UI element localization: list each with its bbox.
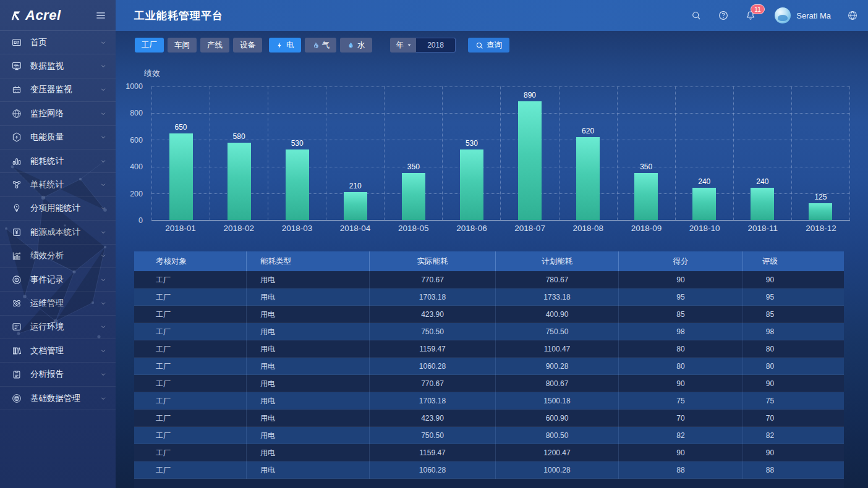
sidebar-item-base-data[interactable]: 基础数据管理 <box>0 387 116 410</box>
ops-icon <box>11 298 22 309</box>
sidebar-item-energy-stats[interactable]: 能耗统计 <box>0 149 116 173</box>
table-row: 工厂用电750.50750.509898 <box>134 323 844 340</box>
chevron-down-icon <box>100 276 107 284</box>
sidebar-item-label: 电能质量 <box>30 132 64 143</box>
energy-tab-label: 气 <box>322 40 330 51</box>
table-cell: 400.90 <box>496 306 619 323</box>
sidebar-item-network-monitor[interactable]: 监控网络 <box>0 102 116 125</box>
sidebar-item-power-quality[interactable]: 电能质量 <box>0 126 116 149</box>
energy-tab-water[interactable]: 水 <box>340 38 372 53</box>
table-row: 工厂用电423.90400.908585 <box>134 306 844 323</box>
table-cell: 工厂 <box>134 271 247 288</box>
table-row: 工厂用电1159.471100.478080 <box>134 340 844 358</box>
table-cell: 工厂 <box>134 461 247 479</box>
sidebar-item-analysis-report[interactable]: 分析报告 <box>0 363 116 386</box>
query-button[interactable]: 查询 <box>468 38 509 53</box>
chart-bar[interactable] <box>634 173 658 220</box>
globe-icon[interactable] <box>847 10 858 21</box>
sidebar-item-transformer-monitor[interactable]: 变压器监视 <box>0 78 116 102</box>
bar-value-label: 240 <box>756 177 768 186</box>
transformer-icon <box>11 84 22 95</box>
chevron-down-icon <box>100 62 107 70</box>
unit-consumption-icon <box>11 179 22 190</box>
year-input[interactable] <box>416 38 456 53</box>
sidebar-item-label: 数据监视 <box>30 61 64 72</box>
scope-tab-line[interactable]: 产线 <box>200 38 229 53</box>
scope-tab-factory[interactable]: 工厂 <box>135 38 164 53</box>
table-cell: 1159.47 <box>370 444 496 461</box>
table-cell: 工厂 <box>134 392 247 410</box>
table-header-cell: 实际能耗 <box>370 251 496 271</box>
chart-x-axis: 2018-012018-022018-032018-042018-052018-… <box>151 224 850 233</box>
energy-tab-gas[interactable]: 气 <box>305 38 337 53</box>
bar-chart: 650580530210350530890620350240240125 <box>151 86 850 221</box>
sidebar-item-home[interactable]: 首页 <box>0 31 116 54</box>
chart-band: 210 <box>326 86 385 220</box>
table-cell: 90 <box>619 375 743 392</box>
top-header: 工业能耗管理平台 11 Serati Ma <box>116 0 868 31</box>
table-cell: 1100.47 <box>496 340 619 358</box>
table-cell: 用电 <box>247 410 370 427</box>
search-icon[interactable] <box>691 10 702 21</box>
bell-icon[interactable]: 11 <box>745 10 756 21</box>
chart-bar[interactable] <box>751 188 774 220</box>
x-tick-label: 2018-08 <box>559 224 617 233</box>
table-cell: 用电 <box>247 375 370 392</box>
table-cell: 88 <box>743 461 844 479</box>
table-cell: 用电 <box>247 271 370 288</box>
sidebar-item-label: 能源成本统计 <box>30 227 80 238</box>
sidebar-item-label: 事件记录 <box>30 274 64 285</box>
chart-bar[interactable] <box>518 101 542 220</box>
scope-tab-device[interactable]: 设备 <box>233 38 262 53</box>
table-row: 工厂用电1159.471200.479090 <box>134 444 844 461</box>
scope-tab-workshop[interactable]: 车间 <box>168 38 197 53</box>
sidebar-item-energy-cost[interactable]: 能源成本统计 <box>0 221 116 244</box>
chart-bar[interactable] <box>809 203 832 220</box>
table-cell: 用电 <box>247 323 370 340</box>
sidebar-item-unit-consumption[interactable]: 单耗统计 <box>0 173 116 196</box>
chart-bar[interactable] <box>286 149 309 220</box>
table-cell: 75 <box>743 392 844 410</box>
x-tick-label: 2018-03 <box>268 224 326 233</box>
chart-bar[interactable] <box>169 133 193 220</box>
table-cell: 770.67 <box>370 271 496 288</box>
chart-bar[interactable] <box>692 188 716 220</box>
y-tick-label: 600 <box>130 136 143 145</box>
period-select[interactable]: 年 <box>390 38 417 53</box>
chart-bar[interactable] <box>344 192 367 220</box>
sidebar-item-doc-management[interactable]: 文档管理 <box>0 339 116 363</box>
x-tick-label: 2018-05 <box>385 224 443 233</box>
sidebar-item-event-records[interactable]: 事件记录 <box>0 268 116 292</box>
energy-tab-label: 电 <box>286 40 294 51</box>
sidebar-item-data-monitor[interactable]: 数据监视 <box>0 54 116 78</box>
performance-icon <box>11 250 22 261</box>
sidebar-item-ops-management[interactable]: 运维管理 <box>0 292 116 315</box>
x-tick-label: 2018-10 <box>676 224 734 233</box>
chart-bar[interactable] <box>576 137 600 220</box>
y-tick-label: 400 <box>130 162 143 171</box>
chart-bar[interactable] <box>228 143 251 220</box>
user-name[interactable]: Serati Ma <box>796 11 831 20</box>
sidebar-item-performance-analysis[interactable]: 绩效分析 <box>0 245 116 268</box>
energy-tab-electric[interactable]: 电 <box>269 38 301 53</box>
chart-bar[interactable] <box>460 149 483 220</box>
table-cell: 82 <box>619 427 743 444</box>
page-title: 工业能耗管理平台 <box>134 9 223 23</box>
user-avatar[interactable] <box>775 7 791 23</box>
table-cell: 85 <box>619 306 743 323</box>
sidebar-item-label: 分析报告 <box>30 369 64 380</box>
chevron-down-icon <box>100 395 107 402</box>
assessment-table: 考核对象能耗类型实际能耗计划能耗得分评级 工厂用电770.67780.67909… <box>134 251 844 488</box>
sidebar-item-runtime-env[interactable]: 运行环境 <box>0 316 116 339</box>
chart-y-axis: 10008006004002000 <box>116 86 147 221</box>
x-tick-label: 2018-11 <box>734 224 792 233</box>
chart-bar[interactable] <box>402 173 425 220</box>
sidebar-item-subitem-energy[interactable]: 分项用能统计 <box>0 197 116 221</box>
help-icon[interactable] <box>718 10 729 21</box>
power-quality-icon <box>11 132 22 143</box>
menu-collapse-icon[interactable] <box>95 9 107 22</box>
table-cell: 工厂 <box>134 427 247 444</box>
table-cell: 1733.18 <box>496 288 619 306</box>
table-cell: 80 <box>743 340 844 358</box>
chevron-down-icon <box>100 252 107 259</box>
